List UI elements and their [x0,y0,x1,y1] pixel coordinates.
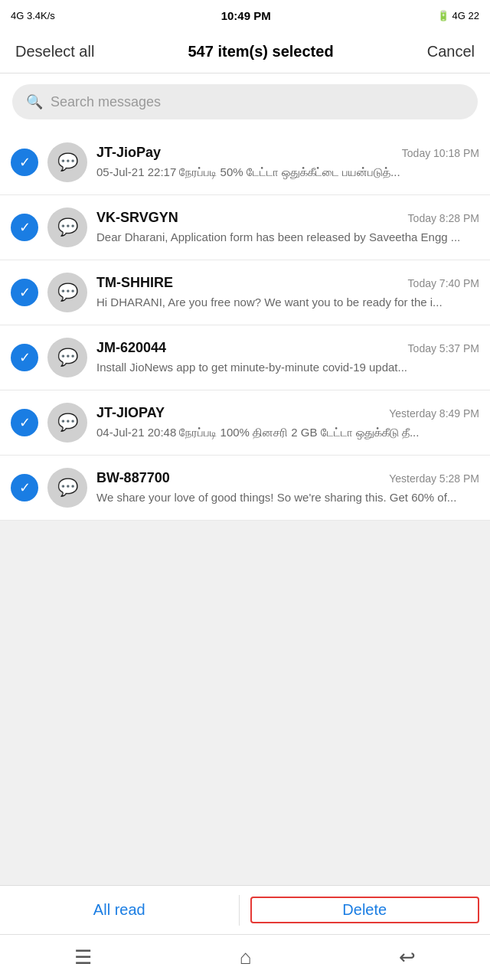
checked-icon: ✓ [11,149,38,176]
avatar: 💬 [47,403,87,443]
message-header-row: TM-SHHIRE Today 7:40 PM [96,275,479,291]
message-icon: 💬 [57,348,78,368]
message-time: Yesterday 8:49 PM [389,407,479,420]
avatar: 💬 [47,142,87,182]
status-bar: 4G 3.4K/s 10:49 PM 🔋 4G 22 [0,0,490,31]
message-list: ✓ 💬 JT-JioPay Today 10:18 PM 05-Jul-21 2… [0,130,490,885]
battery-text: 🔋 [437,10,449,21]
message-content: BW-887700 Yesterday 5:28 PM We share you… [96,470,479,505]
avatar: 💬 [47,273,87,312]
list-item[interactable]: ✓ 💬 JT-JIOPAY Yesterday 8:49 PM 04-Jul-2… [0,390,490,456]
checked-icon: ✓ [11,474,38,501]
sender-name: VK-SRVGYN [96,210,178,226]
message-header-row: JT-JioPay Today 10:18 PM [96,145,479,161]
checkbox-4[interactable]: ✓ [11,409,38,436]
message-content: VK-SRVGYN Today 8:28 PM Dear Dharani, Ap… [96,210,479,245]
sender-name: JT-JIOPAY [96,405,165,421]
checked-icon: ✓ [11,279,38,306]
all-read-button[interactable]: All read [0,886,239,934]
checkbox-1[interactable]: ✓ [11,214,38,241]
message-time: Today 10:18 PM [402,147,479,159]
message-preview: Install JioNews app to get minute-by-min… [96,359,479,375]
message-content: JT-JioPay Today 10:18 PM 05-Jul-21 22:17… [96,145,479,180]
message-header-row: JM-620044 Today 5:37 PM [96,340,479,356]
message-icon: 💬 [57,283,78,302]
back-icon[interactable]: ↩ [399,946,416,969]
checkbox-0[interactable]: ✓ [11,149,38,176]
message-content: JT-JIOPAY Yesterday 8:49 PM 04-Jul-21 20… [96,405,479,440]
message-time: Yesterday 5:28 PM [389,472,479,485]
battery-level: 4G 22 [452,10,479,21]
message-time: Today 5:37 PM [408,342,479,354]
search-icon: 🔍 [26,93,43,110]
checkbox-3[interactable]: ✓ [11,344,38,371]
list-item[interactable]: ✓ 💬 VK-SRVGYN Today 8:28 PM Dear Dharani… [0,195,490,260]
checkbox-2[interactable]: ✓ [11,279,38,306]
message-header-row: VK-SRVGYN Today 8:28 PM [96,210,479,226]
checked-icon: ✓ [11,344,38,371]
avatar: 💬 [47,338,87,377]
sender-name: JM-620044 [96,340,166,356]
selection-header: Deselect all 547 item(s) selected Cancel [0,31,490,74]
message-time: Today 8:28 PM [408,212,479,224]
home-icon[interactable]: ⌂ [240,946,252,969]
message-header-row: BW-887700 Yesterday 5:28 PM [96,470,479,486]
message-preview: 05-Jul-21 22:17 நேரப்படி 50% டேட்டா ஒதுக… [96,164,479,180]
message-preview: Hi DHARANI, Are you free now? We want yo… [96,294,479,310]
search-container: 🔍 Search messages [0,74,490,130]
status-right: 🔋 4G 22 [437,10,479,21]
message-preview: 04-Jul-21 20:48 நேரப்படி 100% தினசரி 2 G… [96,424,479,440]
list-item[interactable]: ✓ 💬 JT-JioPay Today 10:18 PM 05-Jul-21 2… [0,130,490,195]
status-left: 4G 3.4K/s [11,10,55,21]
menu-icon[interactable]: ☰ [74,946,92,969]
checked-icon: ✓ [11,409,38,436]
message-content: TM-SHHIRE Today 7:40 PM Hi DHARANI, Are … [96,275,479,310]
checked-icon: ✓ [11,214,38,241]
sender-name: BW-887700 [96,470,170,486]
sender-name: TM-SHHIRE [96,275,173,291]
list-item[interactable]: ✓ 💬 TM-SHHIRE Today 7:40 PM Hi DHARANI, … [0,260,490,325]
signal-text: 4G 3.4K/s [11,10,55,21]
message-icon: 💬 [57,413,78,433]
deselect-all-button[interactable]: Deselect all [15,43,94,60]
message-icon: 💬 [57,152,78,172]
status-time: 10:49 PM [221,9,271,22]
message-content: JM-620044 Today 5:37 PM Install JioNews … [96,340,479,375]
message-preview: We share your love of good things! So we… [96,489,479,505]
nav-bar: ☰ ⌂ ↩ [0,934,490,980]
delete-button[interactable]: Delete [250,897,480,923]
sender-name: JT-JioPay [96,145,161,161]
checkbox-5[interactable]: ✓ [11,474,38,501]
message-icon: 💬 [57,217,78,237]
selection-count: 547 item(s) selected [188,43,334,60]
message-header-row: JT-JIOPAY Yesterday 8:49 PM [96,405,479,421]
search-bar[interactable]: 🔍 Search messages [12,84,478,119]
list-item[interactable]: ✓ 💬 JM-620044 Today 5:37 PM Install JioN… [0,325,490,390]
avatar: 💬 [47,468,87,508]
message-time: Today 7:40 PM [408,277,479,289]
search-input[interactable]: Search messages [51,94,161,110]
bottom-action-bar: All read Delete [0,885,490,934]
list-item[interactable]: ✓ 💬 BW-887700 Yesterday 5:28 PM We share… [0,456,490,521]
message-preview: Dear Dharani, Application form has been … [96,229,479,245]
avatar: 💬 [47,207,87,247]
message-icon: 💬 [57,478,78,498]
cancel-button[interactable]: Cancel [427,43,475,60]
